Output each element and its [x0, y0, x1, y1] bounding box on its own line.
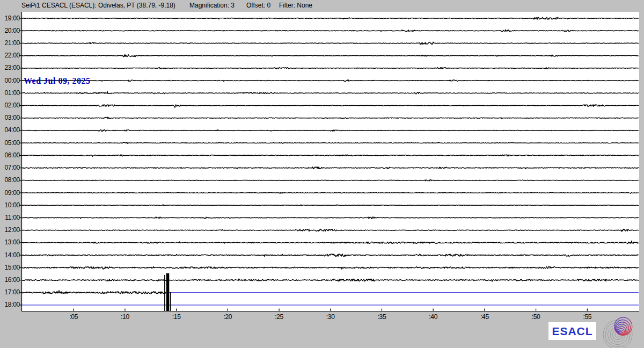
hour-tick-label: 10:00 — [0, 201, 20, 209]
event-spike — [170, 292, 171, 311]
event-spike — [164, 275, 165, 311]
minute-tick-label: :40 — [424, 313, 442, 321]
hour-tick-label: 12:00 — [0, 226, 20, 234]
event-spike — [166, 273, 170, 311]
date-label: Wed Jul 09, 2025 — [24, 76, 90, 86]
hour-tick-label: 08:00 — [0, 176, 20, 184]
hour-tick-label: 02:00 — [0, 102, 20, 110]
hour-tick-label: 20:00 — [0, 27, 20, 35]
hour-tick-label: 15:00 — [0, 264, 20, 272]
minute-tick-label: :20 — [218, 313, 237, 321]
hour-tick-label: 07:00 — [0, 164, 20, 172]
hour-tick-label: 14:00 — [0, 251, 20, 259]
minute-tick-label: :25 — [270, 313, 288, 321]
minute-tick-label: :15 — [167, 313, 186, 321]
hour-tick-label: 09:00 — [0, 189, 20, 197]
minute-tick-label: :35 — [372, 313, 391, 321]
minute-tick-label: :05 — [64, 313, 83, 321]
hour-tick-label: 01:00 — [0, 89, 20, 97]
hour-tick-label: 19:00 — [0, 15, 20, 23]
hour-tick-label: 06:00 — [0, 151, 20, 160]
minute-tick-label: :50 — [527, 313, 545, 321]
hour-tick-label: 03:00 — [0, 114, 20, 122]
hour-tick-label: 11:00 — [0, 214, 20, 222]
minute-tick-label: :55 — [578, 313, 596, 321]
minute-tick-label: :30 — [321, 313, 340, 321]
hour-tick-label: 23:00 — [0, 64, 20, 72]
helicorder-plot[interactable] — [0, 0, 644, 348]
helicorder-screen: SeiPi1 CESACL (ESACL): Odivelas, PT (38.… — [0, 0, 644, 348]
hour-tick-label: 21:00 — [0, 39, 20, 47]
hour-tick-label: 22:00 — [0, 52, 20, 60]
esacl-spiral-logo — [602, 317, 643, 348]
minute-tick-label: :10 — [116, 313, 134, 321]
esacl-logo-text: ESACL — [548, 322, 596, 340]
hour-tick-label: 16:00 — [0, 276, 20, 284]
hour-tick-label: 18:00 — [0, 301, 20, 309]
hour-tick-label: 00:00 — [0, 77, 20, 85]
minute-tick-label: :45 — [475, 313, 494, 321]
hour-tick-label: 17:00 — [0, 288, 20, 296]
hour-tick-label: 04:00 — [0, 126, 20, 134]
hour-tick-label: 13:00 — [0, 238, 20, 247]
hour-tick-label: 05:00 — [0, 139, 20, 147]
